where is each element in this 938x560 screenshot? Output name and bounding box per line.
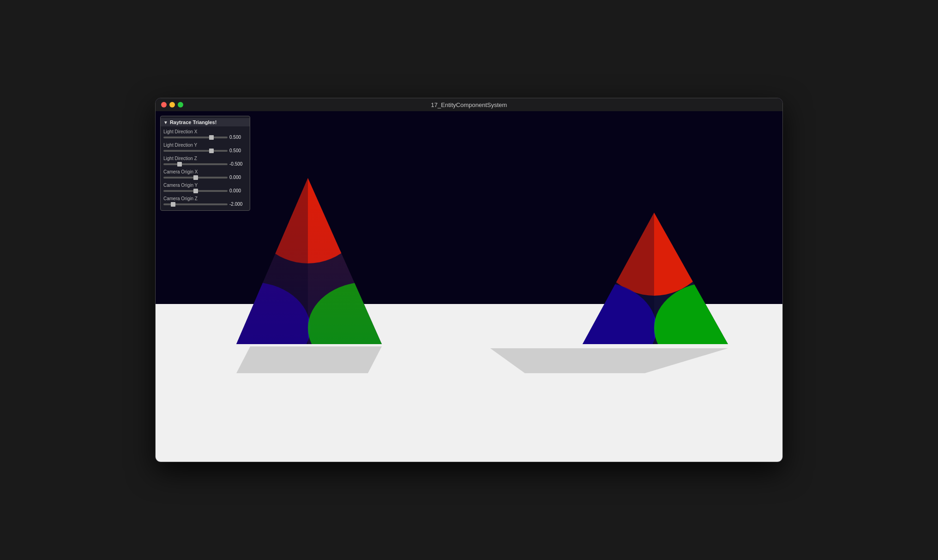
control-row-0: Light Direction X0.500 xyxy=(161,128,250,141)
control-row-4: Camera Origin Y0.000 xyxy=(161,182,250,194)
slider-row-0: 0.500 xyxy=(163,135,247,140)
slider-track-1[interactable] xyxy=(163,150,228,152)
control-label-0: Light Direction X xyxy=(163,129,247,134)
slider-thumb-4[interactable] xyxy=(193,189,198,193)
control-label-2: Light Direction Z xyxy=(163,156,247,161)
slider-thumb-3[interactable] xyxy=(193,175,198,180)
controls-container: Light Direction X0.500Light Direction Y0… xyxy=(161,128,250,208)
canvas-area: ▼ Raytrace Triangles! Light Direction X0… xyxy=(156,111,782,462)
control-label-5: Camera Origin Z xyxy=(163,196,247,201)
panel-title: Raytrace Triangles! xyxy=(170,119,217,125)
control-label-3: Camera Origin X xyxy=(163,169,247,174)
control-row-2: Light Direction Z-0.500 xyxy=(161,155,250,167)
slider-row-4: 0.000 xyxy=(163,188,247,193)
slider-track-5[interactable] xyxy=(163,203,228,205)
control-row-1: Light Direction Y0.500 xyxy=(161,142,250,154)
slider-track-4[interactable] xyxy=(163,190,228,192)
slider-thumb-2[interactable] xyxy=(177,162,182,167)
right-tri-shade xyxy=(583,213,654,344)
slider-track-3[interactable] xyxy=(163,177,228,179)
window-title: 17_EntityComponentSystem xyxy=(431,101,507,108)
slider-row-3: 0.000 xyxy=(163,175,247,180)
maximize-button[interactable] xyxy=(178,102,183,107)
traffic-lights xyxy=(161,102,183,107)
control-row-5: Camera Origin Z-2.000 xyxy=(161,195,250,208)
control-label-4: Camera Origin Y xyxy=(163,183,247,188)
slider-track-2[interactable] xyxy=(163,163,228,165)
app-window: 17_EntityComponentSystem xyxy=(155,98,783,462)
slider-row-2: -0.500 xyxy=(163,161,247,167)
slider-value-1: 0.500 xyxy=(229,148,247,153)
control-label-1: Light Direction Y xyxy=(163,143,247,148)
left-shadow xyxy=(236,346,382,373)
slider-thumb-0[interactable] xyxy=(209,135,214,140)
close-button[interactable] xyxy=(161,102,167,107)
panel-arrow-icon: ▼ xyxy=(163,120,168,125)
titlebar: 17_EntityComponentSystem xyxy=(156,98,782,111)
slider-thumb-1[interactable] xyxy=(209,149,214,153)
slider-value-2: -0.500 xyxy=(229,161,247,167)
slider-track-0[interactable] xyxy=(163,137,228,138)
slider-value-5: -2.000 xyxy=(229,202,247,207)
control-panel: ▼ Raytrace Triangles! Light Direction X0… xyxy=(160,116,250,211)
slider-value-3: 0.000 xyxy=(229,175,247,180)
slider-value-0: 0.500 xyxy=(229,135,247,140)
panel-header[interactable]: ▼ Raytrace Triangles! xyxy=(161,118,250,126)
slider-thumb-5[interactable] xyxy=(171,202,175,207)
slider-value-4: 0.000 xyxy=(229,188,247,193)
slider-row-5: -2.000 xyxy=(163,202,247,207)
slider-row-1: 0.500 xyxy=(163,148,247,153)
right-shadow xyxy=(490,348,728,373)
control-row-3: Camera Origin X0.000 xyxy=(161,168,250,181)
minimize-button[interactable] xyxy=(169,102,175,107)
